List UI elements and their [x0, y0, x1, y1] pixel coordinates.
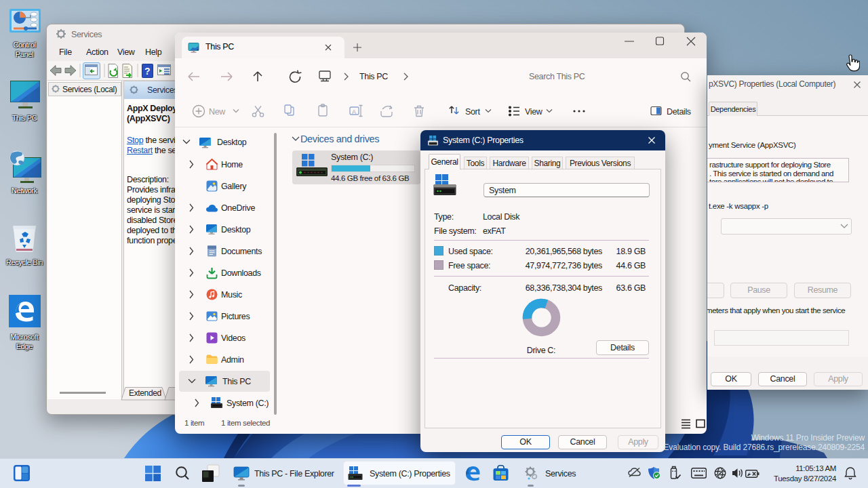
- svg-text:?: ?: [144, 66, 150, 77]
- svg-text:A: A: [352, 108, 356, 115]
- svg-text:View: View: [525, 107, 543, 117]
- svg-text:Details: Details: [667, 107, 691, 117]
- svg-text:Sort: Sort: [465, 107, 480, 117]
- svg-text:New: New: [209, 107, 226, 117]
